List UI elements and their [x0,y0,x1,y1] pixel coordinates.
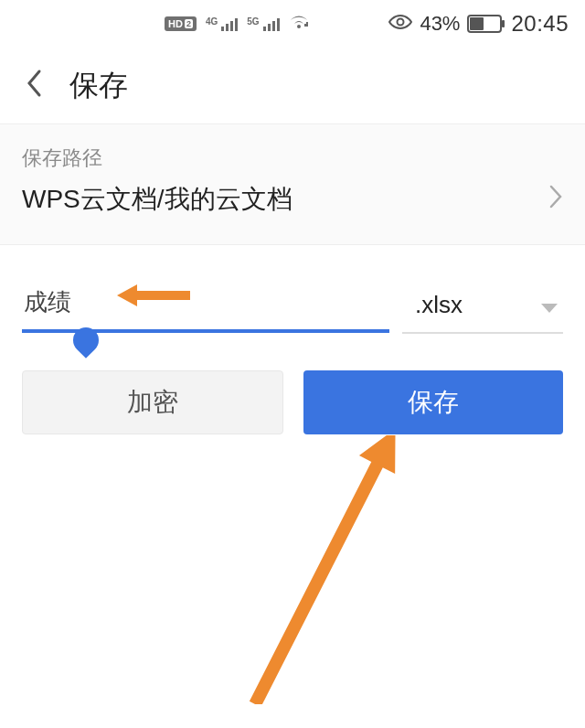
svg-rect-1 [306,22,308,27]
extension-value: .xlsx [415,291,463,319]
header: 保存 [0,48,585,124]
filename-input[interactable] [22,283,389,333]
net-4g: 4G [206,16,238,31]
net-5g: 5G [247,16,279,31]
path-value: WPS云文档/我的云文档 [22,182,292,217]
wifi-icon [289,14,309,35]
extension-select[interactable]: .xlsx [402,282,563,334]
chevron-right-icon [548,181,563,217]
eye-icon [388,14,412,35]
clock: 20:45 [511,11,569,37]
back-button[interactable] [26,68,44,103]
filename-input-wrap [22,283,389,333]
svg-point-2 [398,18,404,25]
status-bar: HD 2 4G 5G 43% 20:45 [0,0,585,48]
svg-rect-0 [304,24,306,27]
chevron-left-icon [26,68,44,99]
save-path-section[interactable]: 保存路径 WPS云文档/我的云文档 [0,124,585,245]
hd-badge: HD 2 [165,16,197,31]
path-label: 保存路径 [22,145,563,172]
hd-text: HD [168,18,183,29]
hd-num: 2 [185,19,193,28]
battery-text: 43% [420,12,460,36]
status-right: 43% 20:45 [388,11,569,37]
svg-marker-4 [237,435,413,704]
button-row: 加密 保存 [22,370,563,434]
filename-row: .xlsx [22,282,563,334]
dropdown-icon [541,291,558,319]
encrypt-button[interactable]: 加密 [22,370,283,434]
status-left: HD 2 4G 5G [165,14,309,35]
annotation-arrow-icon [205,435,442,704]
battery-icon [467,15,502,33]
save-button[interactable]: 保存 [303,370,563,434]
page-title: 保存 [69,66,128,106]
